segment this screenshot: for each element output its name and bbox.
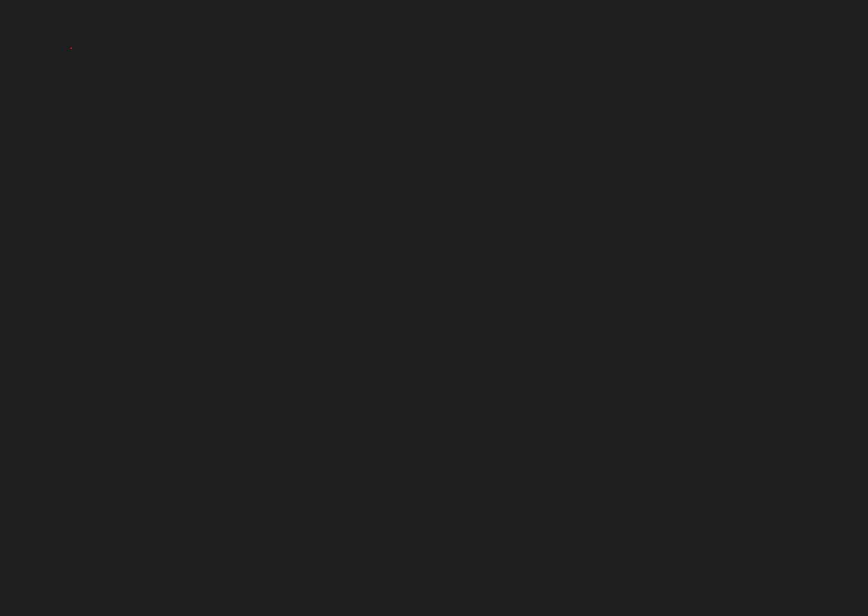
line-number-gutter	[0, 0, 53, 616]
code-area[interactable]	[71, 0, 868, 616]
code-editor[interactable]	[0, 0, 868, 616]
highlight-box	[71, 48, 72, 49]
fold-gutter[interactable]	[53, 0, 71, 616]
